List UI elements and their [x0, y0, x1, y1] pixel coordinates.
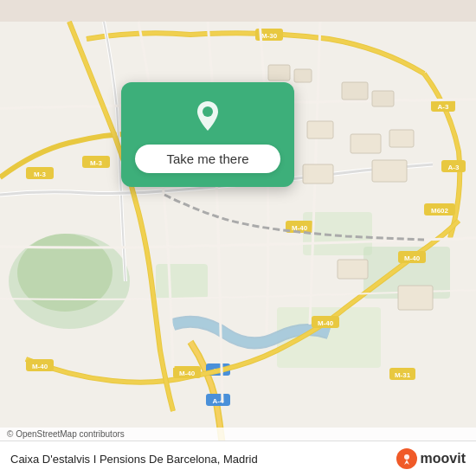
- svg-text:M-40: M-40: [318, 319, 334, 327]
- svg-rect-37: [342, 82, 368, 100]
- svg-rect-47: [338, 260, 368, 279]
- moovit-text: moovit: [421, 451, 466, 466]
- location-pin: [189, 98, 227, 136]
- bottom-info: © OpenStreetMap contributors Caixa D'est…: [0, 428, 476, 476]
- svg-rect-41: [307, 121, 333, 138]
- svg-rect-40: [389, 130, 414, 147]
- svg-rect-3: [156, 264, 208, 299]
- svg-rect-36: [294, 69, 312, 82]
- location-card: Take me there: [121, 82, 294, 187]
- osm-credit-line: © OpenStreetMap contributors: [0, 428, 476, 441]
- svg-rect-39: [351, 134, 381, 153]
- map-background: M-30 A-3 A-3 M-3 A-4 A-4 M-40 M-40 M-40 …: [0, 0, 476, 476]
- place-info-bar: Caixa D'estalvis I Pensions De Barcelona…: [0, 441, 476, 476]
- osm-credit-text: © OpenStreetMap contributors: [7, 429, 125, 439]
- moovit-icon: [396, 448, 417, 469]
- svg-point-48: [203, 106, 213, 117]
- svg-rect-35: [268, 65, 290, 80]
- svg-text:M-31: M-31: [395, 371, 411, 379]
- svg-point-50: [404, 454, 409, 460]
- svg-rect-44: [303, 164, 333, 183]
- svg-text:M-40: M-40: [32, 363, 48, 370]
- svg-text:M-40: M-40: [179, 370, 196, 377]
- map-container: M-30 A-3 A-3 M-3 A-4 A-4 M-40 M-40 M-40 …: [0, 0, 476, 476]
- svg-rect-38: [372, 91, 394, 106]
- svg-text:M-3: M-3: [90, 159, 102, 167]
- place-name-text: Caixa D'estalvis I Pensions De Barcelona…: [10, 453, 396, 466]
- svg-rect-46: [398, 286, 433, 310]
- moovit-logo: moovit: [396, 448, 466, 469]
- svg-text:A-3: A-3: [438, 103, 449, 111]
- svg-text:M-40: M-40: [404, 254, 421, 262]
- svg-text:M602: M602: [431, 207, 449, 215]
- svg-text:A-3: A-3: [448, 164, 460, 171]
- svg-text:M-3: M-3: [34, 170, 46, 178]
- svg-rect-43: [372, 160, 407, 182]
- take-me-there-button[interactable]: Take me there: [135, 145, 280, 173]
- svg-text:M-30: M-30: [261, 32, 278, 40]
